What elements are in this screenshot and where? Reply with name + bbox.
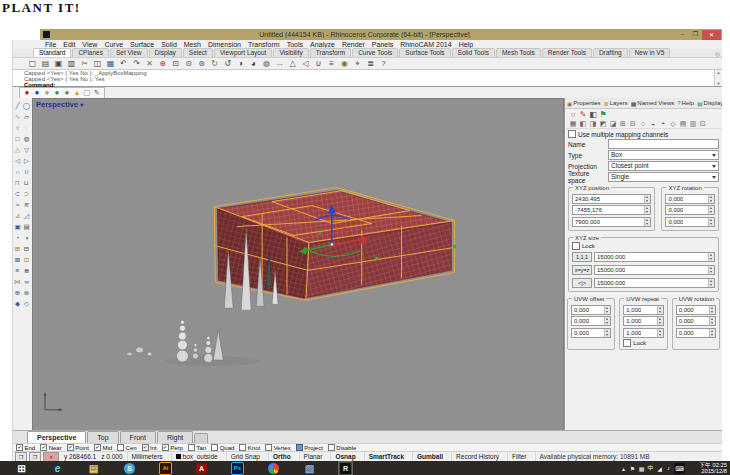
gumball-scale-handle[interactable] bbox=[318, 232, 321, 235]
tray-display-icon[interactable]: ▦ bbox=[637, 463, 646, 474]
boolean-difference-icon[interactable]: ∞ bbox=[22, 276, 31, 287]
help-icon[interactable]: ? bbox=[377, 58, 390, 69]
toolbar-tab[interactable]: Visibility bbox=[273, 48, 308, 57]
spinner-icon[interactable] bbox=[644, 218, 650, 226]
osnap-quad-checkbox[interactable] bbox=[211, 444, 218, 451]
cylinder-tool-icon[interactable]: ▷ bbox=[22, 155, 31, 166]
mesh-tool-icon[interactable]: ∪ bbox=[22, 166, 31, 177]
tray-ime-icon[interactable]: 中 bbox=[646, 463, 655, 474]
spinner-icon[interactable] bbox=[708, 266, 714, 274]
spinner-icon[interactable] bbox=[709, 317, 715, 325]
uv-editor-icon[interactable]: ◒ bbox=[648, 119, 658, 128]
pan-view-icon[interactable]: ⊛ bbox=[195, 58, 208, 69]
save-file-icon[interactable]: ▣ bbox=[52, 58, 65, 69]
gumball-scale-handle[interactable] bbox=[344, 228, 347, 231]
tray-touch-keyboard-icon[interactable]: ⌨ bbox=[674, 463, 685, 474]
position-z-field[interactable]: 7900,000 bbox=[572, 217, 651, 227]
osnap-vertex[interactable]: Vertex bbox=[265, 444, 291, 451]
rotate-view-icon[interactable]: ↻ bbox=[208, 58, 221, 69]
size-lock-checkbox[interactable] bbox=[572, 242, 580, 250]
extrude-tool-icon[interactable]: ⊓ bbox=[13, 177, 22, 188]
toolbar-tab[interactable]: Render Tools bbox=[542, 48, 592, 57]
spinner-icon[interactable] bbox=[604, 317, 610, 325]
size-x-field[interactable]: 15000,000 bbox=[594, 252, 715, 262]
spinner-icon[interactable] bbox=[657, 329, 663, 337]
layer-pane[interactable]: box_outside bbox=[171, 452, 222, 461]
arc-tool-icon[interactable]: ○ bbox=[13, 122, 22, 133]
array-tool-icon[interactable]: ⊡ bbox=[22, 254, 31, 265]
mirror-tool-icon[interactable]: ⊠ bbox=[13, 254, 22, 265]
viewport-tab-perspective[interactable]: Perspective bbox=[27, 431, 86, 443]
planar-pane[interactable]: Planar bbox=[299, 452, 327, 461]
toolbar-tab[interactable]: Select bbox=[183, 48, 213, 57]
gumball-origin[interactable] bbox=[330, 243, 333, 246]
object-flags-page-icon[interactable]: ⚑ bbox=[598, 110, 608, 119]
wireframe-view-icon[interactable]: ◍ bbox=[260, 58, 273, 69]
osnap-cen[interactable]: Cen bbox=[117, 444, 137, 451]
delete-icon[interactable]: ✕ bbox=[143, 58, 156, 69]
viewport-canvas[interactable] bbox=[33, 99, 563, 430]
osnap-mid[interactable]: Mid bbox=[94, 444, 112, 451]
toolbar-overflow-icon[interactable]: ◎ bbox=[715, 50, 720, 57]
dimension-tool-icon[interactable]: ⊕ bbox=[13, 287, 22, 298]
size-z-field[interactable]: 15000,000 bbox=[594, 278, 715, 288]
toolbar-tab[interactable]: Set View bbox=[110, 48, 148, 57]
restore-button[interactable]: ❐ bbox=[689, 29, 702, 40]
block-tool-icon[interactable]: ◇ bbox=[22, 298, 31, 309]
spinner-icon[interactable] bbox=[644, 206, 650, 214]
toolbar-tab[interactable]: Surface Tools bbox=[399, 48, 450, 57]
osnap-disable[interactable]: Disable bbox=[328, 444, 357, 451]
multi-channel-checkbox[interactable] bbox=[568, 130, 576, 138]
osnap-knot-checkbox[interactable] bbox=[239, 444, 246, 451]
boolean-union-icon[interactable]: ⋈ bbox=[13, 276, 22, 287]
revolve-tool-icon[interactable]: ⊔ bbox=[22, 177, 31, 188]
tray-show-hidden-icon[interactable]: ▴ bbox=[619, 463, 628, 474]
object-snap-icon[interactable]: ⌖ bbox=[351, 58, 364, 69]
properties-icon[interactable]: ≣ bbox=[364, 58, 377, 69]
toolbar-tab[interactable]: Display bbox=[149, 48, 182, 57]
copy-icon[interactable]: ◫ bbox=[91, 58, 104, 69]
polyline-tool-icon[interactable]: ◯ bbox=[22, 100, 31, 111]
taskbar-internet-explorer[interactable]: e bbox=[50, 461, 65, 475]
hatch-tool-icon[interactable]: ◆ bbox=[13, 298, 22, 309]
taskbar-clock[interactable]: 下午 02:25 2015/12/8 bbox=[689, 462, 727, 475]
texture-space-dropdown[interactable]: Single bbox=[608, 172, 719, 182]
filter-pane[interactable]: Filter bbox=[507, 452, 530, 461]
point-tool-icon[interactable]: ╱ bbox=[13, 100, 22, 111]
gumball-pane[interactable]: Gumball bbox=[412, 452, 447, 461]
redo-icon[interactable]: ↷ bbox=[130, 58, 143, 69]
spinner-icon[interactable] bbox=[708, 218, 714, 226]
match-mapping-icon[interactable]: ▤ bbox=[678, 119, 688, 128]
spinner-icon[interactable] bbox=[657, 306, 663, 314]
layers-icon[interactable]: ≡ bbox=[325, 58, 338, 69]
unwrap-icon[interactable]: ◓ bbox=[658, 119, 668, 128]
taskbar-file-explorer[interactable]: ▤ bbox=[86, 461, 101, 475]
osnap-knot[interactable]: Knot bbox=[239, 444, 260, 451]
viewport-title[interactable]: Perspective bbox=[36, 100, 78, 109]
mapping-properties-icon[interactable]: ⊡ bbox=[698, 119, 708, 128]
toolbar-tab[interactable]: Transform bbox=[310, 48, 351, 57]
sphere-tool-icon[interactable]: ◁ bbox=[13, 155, 22, 166]
texture-mapping-page-icon[interactable]: ◧ bbox=[588, 110, 598, 119]
spinner-icon[interactable] bbox=[708, 253, 714, 261]
mapping-handle[interactable] bbox=[452, 244, 456, 248]
command-scrollbar[interactable]: ▲▼ bbox=[714, 70, 722, 86]
taskbar-illustrator[interactable]: Ai bbox=[158, 461, 173, 475]
units-pane[interactable]: Millimeters bbox=[127, 452, 167, 461]
mdi-maximize-button[interactable]: ❐ bbox=[29, 452, 41, 462]
spinner-icon[interactable] bbox=[708, 279, 714, 287]
undo-icon[interactable]: ↶ bbox=[117, 58, 130, 69]
close-button[interactable]: ✕ bbox=[702, 30, 721, 40]
mirror-icon[interactable]: ◁ bbox=[299, 58, 312, 69]
osnap-pane[interactable]: Osnap bbox=[330, 452, 359, 461]
size-preset-button[interactable]: 1,1,1 bbox=[572, 252, 592, 262]
osnap-end[interactable]: End bbox=[16, 444, 35, 451]
open-file-icon[interactable]: ▤ bbox=[39, 58, 52, 69]
render-sphere-blue-icon[interactable]: ● bbox=[32, 88, 42, 98]
osnap-vertex-checkbox[interactable] bbox=[265, 444, 272, 451]
minimize-button[interactable]: – bbox=[676, 29, 689, 40]
rotation-z-field[interactable]: 0,000 bbox=[665, 217, 715, 227]
start-button[interactable]: ⊞ bbox=[14, 461, 29, 475]
fillet-tool-icon[interactable]: ≈ bbox=[13, 199, 22, 210]
circle-tool-icon[interactable]: ▱ bbox=[22, 111, 31, 122]
